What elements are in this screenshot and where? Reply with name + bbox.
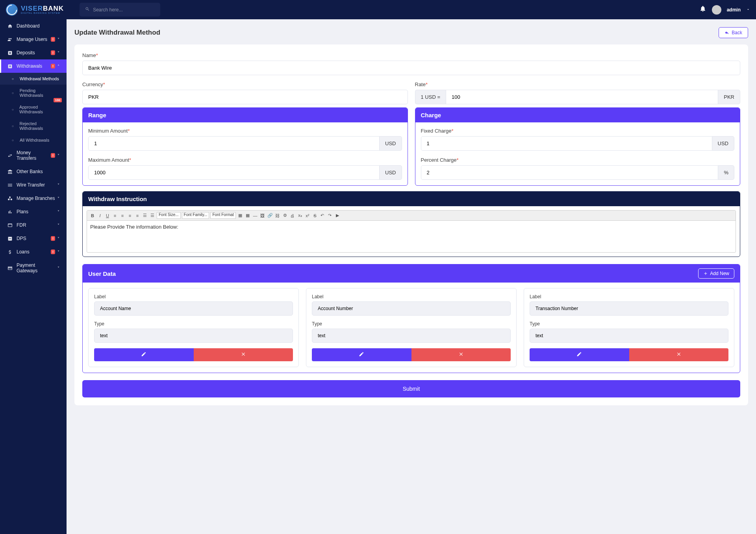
userdata-card: Label Type bbox=[306, 288, 517, 367]
redo-icon[interactable]: ↷ bbox=[327, 212, 333, 219]
sidebar-subitem-rejected-withdrawals[interactable]: ○Rejected Withdrawals bbox=[0, 118, 67, 134]
max-input[interactable] bbox=[88, 165, 380, 180]
chevron-down-icon: ˅ bbox=[57, 153, 59, 158]
undo-icon[interactable]: ↶ bbox=[319, 212, 326, 219]
percent-input[interactable] bbox=[421, 165, 719, 180]
delete-button[interactable] bbox=[629, 348, 729, 361]
sidebar-item-label: FDR bbox=[17, 222, 55, 228]
pencil-icon bbox=[576, 351, 582, 357]
chevron-down-icon[interactable] bbox=[746, 7, 750, 12]
admin-name: admin bbox=[727, 7, 741, 13]
strike-icon[interactable]: S bbox=[312, 212, 318, 219]
min-input[interactable] bbox=[88, 136, 380, 151]
back-button[interactable]: Back bbox=[719, 27, 748, 38]
ud-type-input bbox=[312, 329, 511, 343]
close-icon bbox=[241, 351, 246, 357]
chevron-down-icon: ˅ bbox=[57, 37, 59, 42]
sidebar-item-other-banks[interactable]: Other Banks bbox=[0, 165, 67, 178]
align-justify-icon[interactable]: ≡ bbox=[134, 212, 141, 219]
sidebar-item-label: Deposits bbox=[17, 50, 51, 55]
indent-icon[interactable]: ▦ bbox=[237, 212, 243, 219]
print-icon[interactable]: 🖨 bbox=[289, 212, 296, 219]
pencil-icon bbox=[141, 351, 146, 357]
ud-type-label: Type bbox=[530, 321, 728, 327]
chevron-up-icon: ˄ bbox=[57, 64, 59, 68]
sub-icon[interactable]: x₂ bbox=[297, 212, 303, 219]
sidebar-badge: ! bbox=[51, 37, 55, 42]
image-icon[interactable]: 🖼 bbox=[259, 212, 266, 219]
circle-icon: ○ bbox=[12, 124, 16, 128]
sidebar-item-payment-gateways[interactable]: Payment Gateways ˅ bbox=[0, 259, 67, 277]
unordered-list-icon[interactable]: ☰ bbox=[149, 212, 156, 219]
sidebar-item-manage-branches[interactable]: Manage Branches ˅ bbox=[0, 192, 67, 205]
delete-button[interactable] bbox=[194, 348, 293, 361]
sidebar-subitem-withdrawal-methods[interactable]: ○Withdrawal Methods bbox=[0, 73, 67, 85]
youtube-icon[interactable]: ▶ bbox=[334, 212, 341, 219]
sidebar-item-money-transfers[interactable]: Money Transfers ! ˅ bbox=[0, 146, 67, 165]
ud-label-label: Label bbox=[94, 294, 293, 299]
ud-label-input bbox=[94, 301, 293, 316]
search-box[interactable] bbox=[80, 3, 160, 17]
font-family-select[interactable]: Font Family... bbox=[182, 212, 209, 219]
align-center-icon[interactable]: ≡ bbox=[119, 212, 126, 219]
notification-icon[interactable] bbox=[699, 5, 706, 14]
sidebar-item-wire-transfer[interactable]: Wire Transfer ˅ bbox=[0, 178, 67, 192]
edit-button[interactable] bbox=[94, 348, 194, 361]
code-icon[interactable]: ⚙ bbox=[282, 212, 288, 219]
sidebar-item-withdrawals[interactable]: Withdrawals ! ˄ bbox=[0, 59, 67, 73]
max-suffix: USD bbox=[380, 165, 402, 180]
userdata-panel: User Data Add New Label Type Label Type … bbox=[82, 264, 740, 373]
search-icon bbox=[85, 7, 90, 13]
font-format-select[interactable]: Font Format bbox=[210, 212, 235, 219]
name-input[interactable] bbox=[82, 61, 740, 75]
chevron-down-icon: ˅ bbox=[57, 250, 59, 254]
align-left-icon[interactable]: ≡ bbox=[112, 212, 118, 219]
delete-button[interactable] bbox=[411, 348, 511, 361]
chevron-down-icon: ˅ bbox=[57, 210, 59, 214]
search-input[interactable] bbox=[93, 7, 152, 13]
wire-icon bbox=[7, 183, 13, 188]
avatar[interactable] bbox=[712, 5, 721, 15]
ud-type-label: Type bbox=[312, 321, 511, 327]
add-new-button[interactable]: Add New bbox=[698, 268, 734, 279]
sidebar-subitem-approved-withdrawals[interactable]: ○Approved Withdrawals bbox=[0, 101, 67, 118]
sidebar-item-dashboard[interactable]: Dashboard bbox=[0, 19, 67, 33]
sidebar-item-plans[interactable]: Plans ˅ bbox=[0, 205, 67, 218]
percent-suffix: % bbox=[718, 165, 734, 180]
transfer-icon bbox=[7, 153, 13, 158]
sidebar-item-dps[interactable]: DPS ! ˅ bbox=[0, 232, 67, 245]
sidebar-subitem-pending-withdrawals[interactable]: ○Pending Withdrawals130 bbox=[0, 85, 67, 101]
sidebar-item-manage-users[interactable]: Manage Users ! ˅ bbox=[0, 33, 67, 46]
submit-button[interactable]: Submit bbox=[82, 380, 740, 397]
underline-icon[interactable]: U bbox=[104, 212, 111, 219]
main-content: Update Withdrawal Method Back Name* Curr… bbox=[67, 19, 756, 421]
italic-icon[interactable]: I bbox=[97, 212, 103, 219]
bold-icon[interactable]: B bbox=[89, 212, 96, 219]
chevron-down-icon: ˅ bbox=[57, 196, 59, 201]
plus-icon bbox=[703, 271, 708, 276]
users-icon bbox=[7, 37, 13, 42]
sidebar-item-fdr[interactable]: FDR ˅ bbox=[0, 218, 67, 232]
page-title: Update Withdrawal Method bbox=[74, 29, 160, 37]
edit-button[interactable] bbox=[312, 348, 411, 361]
editor-content[interactable]: Please Provide The information Below: bbox=[87, 221, 736, 252]
edit-button[interactable] bbox=[530, 348, 629, 361]
outdent-icon[interactable]: ▦ bbox=[245, 212, 251, 219]
sidebar-item-loans[interactable]: Loans ! ˅ bbox=[0, 245, 67, 259]
max-label: Maximum Amount* bbox=[88, 157, 402, 163]
ordered-list-icon[interactable]: ☰ bbox=[142, 212, 148, 219]
fixed-input[interactable] bbox=[421, 136, 712, 151]
sidebar-subitem-all-withdrawals[interactable]: ○All Withdrawals bbox=[0, 134, 67, 146]
font-size-select[interactable]: Font Size... bbox=[157, 212, 181, 219]
rate-input[interactable] bbox=[446, 90, 718, 104]
sidebar-item-deposits[interactable]: Deposits ! ˅ bbox=[0, 46, 67, 59]
rich-text-editor[interactable]: B I U ≡ ≡ ≡ ≡ ☰ ☰ Font Size... Font Fami… bbox=[87, 210, 736, 253]
sup-icon[interactable]: x² bbox=[304, 212, 311, 219]
fixed-label: Fixed Charge* bbox=[421, 128, 735, 134]
hr-icon[interactable]: — bbox=[252, 212, 258, 219]
logo[interactable]: VISERBANK DIGITAL BANKING SYSTEM bbox=[6, 4, 64, 16]
link-icon[interactable]: 🔗 bbox=[267, 212, 273, 219]
unlink-icon[interactable]: ⛓ bbox=[274, 212, 281, 219]
align-right-icon[interactable]: ≡ bbox=[127, 212, 133, 219]
currency-input[interactable] bbox=[82, 90, 408, 104]
